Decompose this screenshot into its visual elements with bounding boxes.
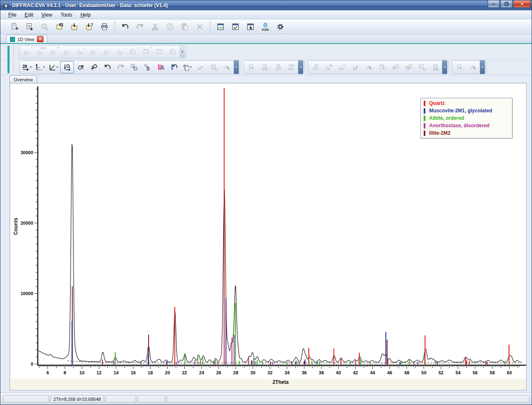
menu-file[interactable]: File bbox=[5, 11, 20, 19]
svg-text:+hkl: +hkl bbox=[288, 63, 295, 67]
scale-y-button: ↕ bbox=[113, 46, 126, 58]
undo-button[interactable] bbox=[118, 20, 132, 33]
legend-item-quartz[interactable]: Quartz bbox=[424, 100, 510, 106]
export-pattern-button bbox=[415, 61, 428, 73]
legend-item-anorthoclase[interactable]: Anorthoclase, disordered bbox=[424, 123, 510, 129]
phase-legend: QuartzMuscovite-2M1, glycolatedAlbite, o… bbox=[420, 98, 512, 138]
toolbar-separator bbox=[209, 22, 212, 32]
stretch-x-button: ↔ bbox=[87, 46, 100, 58]
paste-button bbox=[178, 20, 192, 33]
print-button[interactable] bbox=[98, 20, 111, 33]
cut-pattern-button[interactable] bbox=[154, 61, 167, 73]
svg-text:28: 28 bbox=[233, 370, 238, 375]
toolbar-grip bbox=[12, 62, 15, 73]
menu-tools[interactable]: Tools bbox=[57, 11, 76, 19]
legend-item-illite-2m2[interactable]: Illite-2M2 bbox=[424, 130, 510, 136]
hkl-cursor-button: hkl bbox=[376, 61, 388, 73]
minimize-button[interactable]: ─ bbox=[488, 0, 500, 8]
status-empty-1 bbox=[3, 395, 49, 403]
svg-text:?: ? bbox=[91, 23, 93, 27]
shift-scan-button: ← bbox=[73, 46, 86, 58]
svg-text:18: 18 bbox=[148, 370, 153, 375]
svg-text:22: 22 bbox=[182, 370, 187, 375]
view-undo-button[interactable] bbox=[101, 61, 114, 73]
toggle-data-tree-panel-button[interactable] bbox=[214, 20, 227, 33]
status-empty-3 bbox=[137, 395, 165, 403]
svg-text:30: 30 bbox=[250, 370, 255, 375]
legend-phase-label: Illite-2M2 bbox=[429, 130, 450, 136]
svg-text:123: 123 bbox=[275, 67, 281, 71]
toggle-property-panel-button[interactable] bbox=[229, 20, 242, 33]
anchor-pattern-button bbox=[389, 61, 402, 73]
shift-pattern-button bbox=[336, 61, 349, 73]
close-button[interactable]: ✕ bbox=[513, 0, 531, 8]
d-spacing-button: d bbox=[322, 61, 335, 73]
main-toolbar: ?ICDD bbox=[0, 19, 532, 34]
svg-text:40: 40 bbox=[336, 370, 341, 375]
save-to-folder-button[interactable] bbox=[68, 20, 81, 33]
export-to-database-button bbox=[38, 20, 51, 33]
svg-text:14: 14 bbox=[114, 370, 119, 375]
insert-hkl-button: +hkl bbox=[285, 61, 298, 73]
zoom-mode-button[interactable] bbox=[60, 61, 74, 73]
scan-toolbar-more-button[interactable]: ▾ bbox=[180, 46, 185, 58]
linear-scale-dropdown[interactable]: ▾ bbox=[47, 61, 60, 73]
y-axis-scale-dropdown[interactable]: ▾ bbox=[34, 61, 46, 73]
x-axis-2theta-dropdown[interactable]: 2θ▾ bbox=[20, 61, 33, 73]
cut-pattern-list-button bbox=[349, 61, 362, 73]
pattern-tool-group-more-button[interactable]: ▾ bbox=[442, 60, 447, 74]
search-numeric-button: 123 bbox=[271, 61, 284, 73]
settings-button[interactable] bbox=[273, 20, 287, 33]
svg-text:54: 54 bbox=[456, 370, 461, 375]
background-subtract-button: ↓ bbox=[60, 46, 73, 58]
menu-view[interactable]: View bbox=[38, 11, 56, 19]
open-from-folder-button[interactable] bbox=[53, 20, 66, 33]
remove-scan-button: × bbox=[20, 46, 33, 58]
restore-pattern-button[interactable] bbox=[167, 61, 180, 73]
svg-text:26: 26 bbox=[216, 370, 221, 375]
save-as-button[interactable]: ? bbox=[83, 20, 96, 33]
search-tool-group-more-button[interactable]: ▾ bbox=[298, 60, 303, 74]
document-tab-bar: 1D View ✕ bbox=[0, 34, 532, 44]
tab-overview[interactable]: Overview bbox=[10, 75, 37, 83]
copy-document-dropdown[interactable]: ▾ bbox=[181, 61, 193, 73]
quantify-button: % bbox=[402, 61, 415, 73]
scan-tool-group: ×Kα2F↓←↔□↕++−▾ bbox=[19, 45, 186, 58]
copy-view-button[interactable] bbox=[127, 61, 140, 73]
svg-text:Abc: Abc bbox=[262, 67, 268, 71]
title-bar[interactable]: DIFFRAC.EVA V4.1.1 - User: EvaluationUse… bbox=[0, 0, 532, 10]
tab-close-icon[interactable]: ✕ bbox=[37, 36, 44, 42]
dock-accent-strip bbox=[7, 46, 10, 73]
svg-text:20000: 20000 bbox=[20, 221, 33, 226]
import-scan-button[interactable] bbox=[23, 20, 37, 33]
menu-bar: FileEditViewToolsHelp bbox=[0, 10, 532, 19]
window-title: DIFFRAC.EVA V4.1.1 - User: EvaluationUse… bbox=[12, 2, 168, 8]
legend-color-bar bbox=[424, 116, 425, 121]
fourier-smooth-button: F bbox=[47, 46, 60, 58]
legend-color-bar bbox=[424, 131, 425, 136]
zoom-out-button[interactable] bbox=[88, 61, 100, 73]
toolbar-separator bbox=[113, 22, 116, 32]
status-cursor-readout: 2Th=8,268 d=10,68548 bbox=[50, 395, 104, 403]
legend-item-muscovite-2m1[interactable]: Muscovite-2M1, glycolated bbox=[424, 108, 510, 114]
append-scan-button: + bbox=[127, 46, 139, 58]
zoom-in-button[interactable] bbox=[74, 61, 87, 73]
restore-button[interactable]: ❐ bbox=[500, 0, 512, 8]
add-view-button: + bbox=[140, 46, 153, 58]
tab-1d-view[interactable]: 1D View ✕ bbox=[6, 35, 47, 43]
pattern-tool-group: dhkl%▾ bbox=[308, 61, 449, 74]
pattern-search-button bbox=[309, 61, 322, 73]
svg-text:24: 24 bbox=[199, 370, 205, 375]
new-document-button[interactable] bbox=[8, 20, 22, 33]
menu-edit[interactable]: Edit bbox=[21, 11, 37, 19]
menu-help[interactable]: Help bbox=[77, 11, 95, 19]
x-axis-title: 2Theta bbox=[273, 379, 289, 385]
display-tool-group-more-button[interactable]: ▾ bbox=[234, 60, 239, 74]
icdd-database-button[interactable]: ICDD bbox=[259, 20, 272, 33]
legend-item-albite[interactable]: Albite, ordered bbox=[424, 115, 510, 121]
copy-columns-button[interactable] bbox=[141, 61, 154, 73]
app-logo-icon bbox=[2, 2, 10, 9]
structure-tool-group-more-button[interactable]: ▾ bbox=[480, 60, 485, 74]
delete-button bbox=[193, 20, 207, 33]
toggle-cursor-panel-button[interactable] bbox=[244, 20, 257, 33]
